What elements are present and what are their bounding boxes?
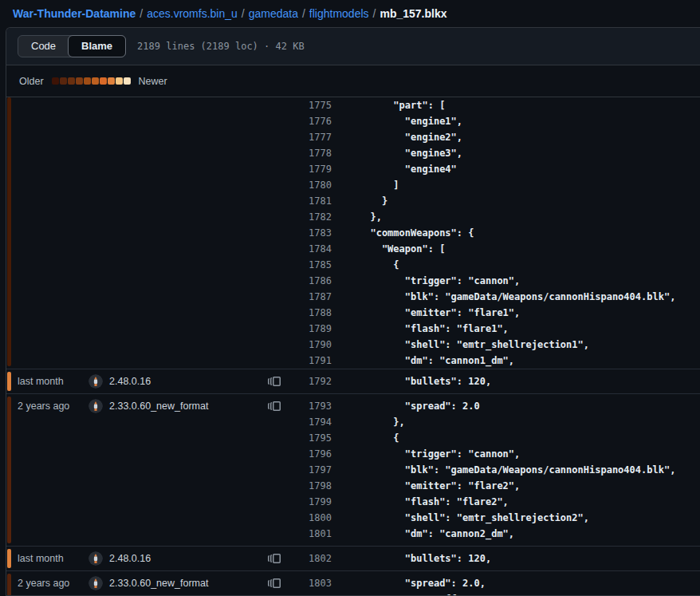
age-heat-bar (7, 397, 11, 543)
blame-tab[interactable]: Blame (68, 35, 126, 57)
age-heat-bar (7, 574, 11, 596)
commit-message-link[interactable]: 2.33.0.60_new_format (109, 578, 262, 589)
commit-message-link[interactable]: 2.48.0.16 (109, 376, 262, 387)
code-line: "blk": "gameData/Weapons/cannonHispano40… (359, 462, 700, 478)
line-number[interactable]: 1778 (292, 145, 332, 161)
code-line: }, (359, 414, 700, 430)
blame-hunk: last month2.48.0.161802 "bullets": 120, (6, 546, 700, 570)
line-number[interactable]: 1804 (292, 591, 332, 596)
breadcrumb-separator: / (302, 7, 305, 20)
line-number[interactable]: 1794 (292, 414, 332, 430)
code-tab[interactable]: Code (18, 35, 69, 57)
line-number[interactable]: 1779 (292, 161, 332, 177)
code-line: "emitter": "flare2", (359, 478, 700, 494)
line-number[interactable]: 1801 (292, 526, 332, 542)
line-number[interactable]: 1796 (292, 446, 332, 462)
code-line: "dm": "cannon1_dm", (359, 353, 700, 369)
line-number[interactable]: 1803 (292, 575, 332, 591)
line-number[interactable]: 1776 (292, 113, 332, 129)
line-number[interactable]: 1797 (292, 462, 332, 478)
commit-message-link[interactable]: 2.48.0.16 (109, 553, 262, 564)
view-blame-prior-button[interactable] (268, 400, 281, 412)
code-line: "engine2", (359, 129, 700, 145)
breadcrumb-segment-link[interactable]: gamedata (249, 7, 298, 20)
line-number[interactable]: 1791 (292, 353, 332, 369)
breadcrumb-segment-link[interactable]: flightmodels (309, 7, 369, 20)
commit-author-avatar[interactable] (88, 576, 103, 590)
line-number[interactable]: 1795 (292, 430, 332, 446)
blame-age-legend: Older Newer (6, 65, 700, 97)
age-heat-bar (7, 372, 11, 391)
line-number[interactable]: 1800 (292, 510, 332, 526)
line-number-column: 1792 (292, 373, 332, 389)
file-view-container: Code Blame 2189 lines (2189 loc) · 42 KB… (6, 27, 700, 596)
line-number-column: 1775177617771778177917801781178217831784… (292, 97, 332, 369)
line-number[interactable]: 1790 (292, 337, 332, 353)
commit-gutter: last month2.48.0.16 (12, 373, 292, 389)
line-number[interactable]: 1792 (292, 373, 332, 389)
code-line: "engine4" (359, 161, 700, 177)
heat-scale-square (68, 77, 75, 85)
line-number[interactable]: 1782 (292, 209, 332, 225)
breadcrumb-separator: / (140, 7, 143, 20)
line-number[interactable]: 1783 (292, 225, 332, 241)
line-number[interactable]: 1785 (292, 257, 332, 273)
versions-icon (268, 577, 281, 590)
commit-gutter: 2 years ago2.33.0.60_new_format (12, 575, 292, 596)
view-blame-prior-button[interactable] (268, 375, 281, 388)
file-toolbar: Code Blame 2189 lines (2189 loc) · 42 KB (6, 28, 700, 65)
line-number-column: 179317941795179617971798179918001801 (292, 398, 332, 542)
heat-scale-square (124, 77, 131, 85)
view-blame-prior-button[interactable] (268, 577, 281, 590)
versions-icon (268, 375, 281, 388)
line-number[interactable]: 1789 (292, 321, 332, 337)
code-line: ] (359, 177, 700, 193)
commit-info-row: 2 years ago2.33.0.60_new_format (12, 575, 292, 591)
code-line: "shell": "emtr_shellrejection2", (359, 510, 700, 526)
line-number[interactable]: 1784 (292, 241, 332, 257)
commit-date: 2 years ago (18, 578, 88, 589)
breadcrumb: War-Thunder-Datamine / aces.vromfs.bin_u… (0, 0, 700, 27)
line-number[interactable]: 1788 (292, 305, 332, 321)
line-number[interactable]: 1775 (292, 97, 332, 113)
code-line: "part": [ (359, 97, 700, 113)
breadcrumb-current-file: mb_157.blkx (379, 7, 446, 20)
commit-date: 2 years ago (18, 401, 88, 412)
code-line: "spread": 2.0, (359, 575, 700, 591)
breadcrumb-repo-link[interactable]: War-Thunder-Datamine (13, 7, 136, 20)
blame-hunk: 2 years ago2.33.0.60_new_format179317941… (6, 393, 700, 546)
breadcrumb-segment-link[interactable]: aces.vromfs.bin_u (147, 7, 238, 20)
age-heat-bar (7, 97, 11, 366)
line-number[interactable]: 1787 (292, 289, 332, 305)
code-line: "trigger": "cannon", (359, 446, 700, 462)
age-heat-scale (52, 77, 131, 85)
line-number[interactable]: 1798 (292, 478, 332, 494)
commit-author-avatar[interactable] (88, 374, 103, 389)
commit-message-link[interactable]: 2.33.0.60_new_format (109, 401, 262, 412)
code-line: "blk": "gameData/Weapons/cannonHispano40… (359, 289, 700, 305)
code-line: "bullets": 120, (359, 551, 700, 566)
code-column: "spread": 2.0, "traceOffset": 1 (332, 575, 700, 596)
line-number[interactable]: 1802 (292, 551, 332, 566)
heat-scale-square (92, 77, 99, 85)
older-label: Older (19, 76, 44, 87)
line-number[interactable]: 1799 (292, 494, 332, 510)
code-line: "bullets": 120, (359, 373, 700, 389)
heat-scale-square (108, 77, 115, 85)
blame-hunk: 2 years ago2.33.0.60_new_format18031804 … (6, 570, 700, 596)
commit-author-avatar[interactable] (88, 399, 103, 413)
commit-author-avatar[interactable] (88, 551, 103, 566)
blame-table: 1775177617771778177917801781178217831784… (6, 97, 700, 596)
code-line: "traceOffset": 1 (359, 591, 700, 596)
code-blame-segmented-control: Code Blame (18, 35, 126, 57)
code-line: "shell": "emtr_shellrejection1", (359, 337, 700, 353)
line-number[interactable]: 1777 (292, 129, 332, 145)
line-number[interactable]: 1786 (292, 273, 332, 289)
view-blame-prior-button[interactable] (268, 552, 281, 565)
line-number[interactable]: 1780 (292, 177, 332, 193)
line-number[interactable]: 1781 (292, 193, 332, 209)
line-number[interactable]: 1793 (292, 398, 332, 414)
heat-scale-square (100, 77, 107, 85)
code-line: "flash": "flare1", (359, 321, 700, 337)
code-line: "commonWeapons": { (359, 225, 700, 241)
